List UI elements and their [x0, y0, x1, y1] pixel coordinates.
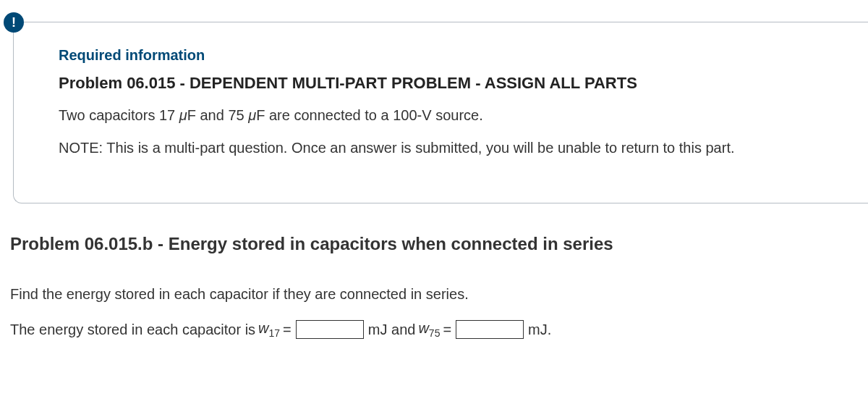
answer-lead: The energy stored in each capacitor is: [10, 322, 255, 338]
alert-icon: !: [4, 12, 24, 33]
unit-label: mJ.: [528, 322, 551, 338]
w75-input[interactable]: [456, 320, 524, 339]
problem-description: Two capacitors 17 μF and 75 μF are conne…: [59, 107, 839, 124]
required-info-label: Required information: [59, 47, 839, 64]
problem-title: Problem 06.015 - DEPENDENT MULTI-PART PR…: [59, 74, 839, 93]
var-subscript: 17: [269, 327, 281, 339]
answer-line: The energy stored in each capacitor is w…: [10, 320, 868, 339]
find-instruction: Find the energy stored in each capacitor…: [10, 286, 868, 303]
equals-sign: =: [443, 322, 451, 338]
desc-text: F and 75: [187, 107, 249, 123]
variable-w17: w17: [258, 320, 280, 339]
equals-sign: =: [283, 322, 292, 338]
w17-input[interactable]: [296, 320, 364, 339]
desc-text: Two capacitors 17: [59, 107, 179, 123]
desc-text: F are connected to a 100-V source.: [256, 107, 483, 123]
variable-w75: w75: [418, 320, 440, 339]
note-text: NOTE: This is a multi-part question. Onc…: [59, 140, 839, 156]
unit-and-conjunction: mJ and: [368, 322, 416, 338]
mu-symbol: μ: [248, 107, 256, 123]
required-info-panel: ! Required information Problem 06.015 - …: [13, 22, 868, 203]
var-symbol: w: [258, 320, 268, 336]
var-symbol: w: [418, 320, 428, 336]
mu-symbol: μ: [179, 107, 187, 123]
subproblem-section: Problem 06.015.b - Energy stored in capa…: [10, 234, 868, 339]
var-subscript: 75: [429, 327, 441, 339]
subproblem-title: Problem 06.015.b - Energy stored in capa…: [10, 234, 868, 254]
